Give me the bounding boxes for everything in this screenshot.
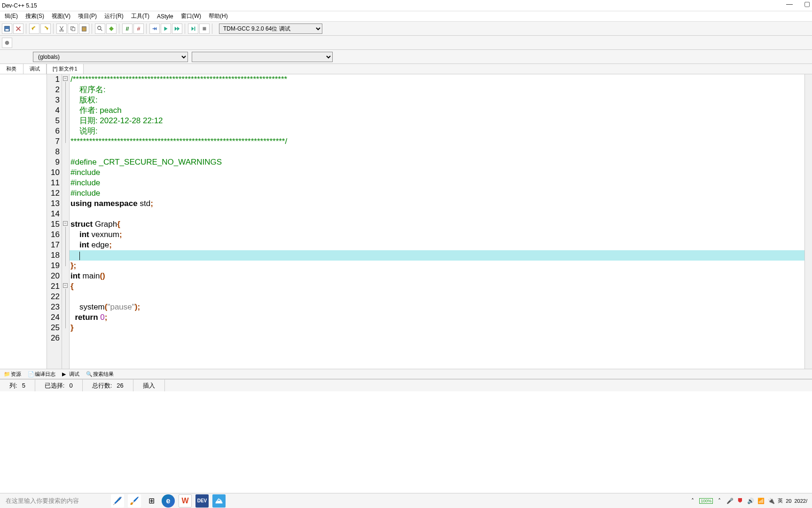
bottom-tab-search-results[interactable]: 🔍搜索结果 [86,371,114,378]
menu-astyle[interactable]: AStyle [153,12,177,21]
code-line[interactable]: #include [70,167,804,178]
line-number: 18 [47,250,60,261]
file-tab[interactable]: [*] 新文件1 [47,64,84,74]
scope-select-globals[interactable]: (globals) [33,52,188,62]
code-line[interactable]: 作者: peach [70,105,804,116]
menu-window[interactable]: 窗口(W) [177,11,205,21]
menu-project[interactable]: 项目(P) [74,11,101,21]
tray-date[interactable]: 2022/ [794,498,807,504]
undo-button[interactable] [29,24,39,34]
menu-view[interactable]: 视图(V) [48,11,74,21]
code-line[interactable]: int edge; [70,240,804,250]
status-total-label: 总行数: [92,381,112,390]
code-line[interactable]: int main() [70,271,804,281]
menu-run[interactable]: 运行(R) [101,11,127,21]
code-line[interactable]: #include [70,178,804,188]
compile-button[interactable] [106,24,117,34]
code-line[interactable]: 版权: [70,95,804,105]
find-button[interactable] [95,24,105,34]
menu-search[interactable]: 搜索(S) [22,11,48,21]
bottom-tab-resources[interactable]: 📁资源 [4,371,21,378]
power-icon[interactable]: 🔌 [767,497,775,505]
save-button[interactable] [2,24,12,34]
copy-button[interactable] [68,24,78,34]
maximize-button[interactable]: ▢ [804,0,810,8]
taskbar-edge-icon[interactable]: e [162,494,175,508]
menu-tools[interactable]: 工具(T) [127,11,153,21]
taskbar-devcpp-icon[interactable]: DEV [195,494,209,508]
close-button[interactable] [13,24,23,34]
code-line[interactable] [70,292,804,302]
taskbar-app-icon[interactable]: 🖊️ [111,494,124,508]
menu-help[interactable]: 帮助(H) [205,11,232,21]
code-line[interactable]: 程序名: [70,85,804,95]
ime-indicator[interactable]: 英 [778,497,783,504]
code-line[interactable]: #include [70,188,804,198]
code-line[interactable] [70,147,804,157]
bottom-tab-compile-log[interactable]: 📄编译日志 [28,371,55,378]
fold-line [65,82,66,143]
code-line[interactable]: int vexnum; [70,230,804,240]
shield-icon[interactable]: ⛊ [736,497,744,505]
tray-chevron-up-icon[interactable]: ˄ [716,497,723,505]
uncomment-button[interactable]: // [133,24,144,34]
fold-marker-icon[interactable]: − [63,76,68,81]
code-line[interactable]: using namespace std; [70,198,804,209]
line-number: 25 [47,323,60,333]
redo-button[interactable] [40,24,51,34]
task-view-icon[interactable]: ⊞ [145,494,158,508]
skip-button[interactable] [188,24,198,34]
microphone-icon[interactable]: 🎤 [726,497,734,505]
wifi-icon[interactable]: 📶 [757,497,765,505]
code-line[interactable]: { [70,281,804,292]
breakpoint-button[interactable] [2,38,12,48]
toggle-comment-button[interactable]: // [122,24,133,34]
tray-chevron-up-icon[interactable]: ˄ [689,497,696,505]
taskbar-app-icon[interactable]: 🖌️ [128,494,141,508]
volume-icon[interactable]: 🔊 [747,497,754,505]
compile-run-button[interactable] [172,24,182,34]
code-line[interactable]: 说明: [70,126,804,136]
code-line[interactable] [70,250,804,261]
code-line[interactable]: 日期: 2022-12-28 22:12 [70,116,804,126]
sidebar-tab-classes[interactable]: 和类 [0,64,23,74]
scope-select-members[interactable] [192,52,333,62]
code-line[interactable]: return 0; [70,312,804,323]
code-line[interactable]: }; [70,261,804,271]
vertical-scrollbar[interactable] [804,74,812,369]
fold-marker-icon[interactable]: − [63,283,68,288]
svg-rect-7 [83,26,85,27]
code-line[interactable]: #define _CRT_SECURE_NO_WARNINGS [70,157,804,167]
code-line[interactable]: } [70,323,804,333]
line-number: 7 [47,136,60,147]
bottom-tab-debug[interactable]: ▶调试 [62,371,79,378]
code-line[interactable]: system("pause"); [70,302,804,312]
run-button[interactable] [161,24,171,34]
code-line[interactable] [70,209,804,219]
code-editor[interactable]: 1234567891011121314151617181920212223242… [47,74,812,369]
cut-button[interactable] [56,24,67,34]
file-tab-bar: [*] 新文件1 [47,64,812,74]
taskbar-wps-icon[interactable]: W [179,494,192,508]
code-line[interactable]: /***************************************… [70,74,804,85]
line-number: 13 [47,198,60,209]
step-into-button[interactable] [149,24,160,34]
sidebar-tab-debug[interactable]: 调试 [23,64,47,74]
code-line[interactable] [70,333,804,343]
minimize-button[interactable]: — [786,0,793,8]
stop-button[interactable] [199,24,210,34]
code-line[interactable]: struct Graph{ [70,219,804,230]
title-bar: Dev-C++ 5.15 — ▢ [0,0,812,11]
side-panel: 和类 调试 [0,64,47,369]
code-line[interactable]: ****************************************… [70,136,804,147]
line-number: 6 [47,126,60,136]
paste-button[interactable] [79,24,89,34]
battery-indicator[interactable]: 100% [699,498,713,504]
menu-edit[interactable]: 辑(E) [1,11,22,21]
compiler-select[interactable]: TDM-GCC 9.2.0 64位 调试 [219,24,322,34]
taskbar-search[interactable]: 在这里输入你要搜索的内容 [2,497,105,505]
code-content[interactable]: /***************************************… [70,74,804,369]
fold-marker-icon[interactable]: − [63,221,68,226]
tray-time[interactable]: 20 [786,498,791,504]
taskbar-app-icon[interactable]: ⛰ [212,494,226,508]
